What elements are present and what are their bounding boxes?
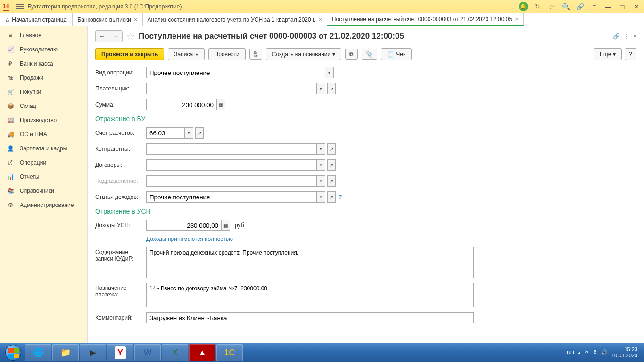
contracts-open-button[interactable]: ↗ bbox=[327, 159, 336, 171]
favorites-icon[interactable]: ☆ bbox=[547, 2, 556, 11]
comment-field[interactable] bbox=[146, 312, 474, 323]
payment-purpose-textarea[interactable] bbox=[146, 283, 474, 307]
payer-field[interactable] bbox=[146, 83, 317, 94]
tab-close-icon[interactable]: × bbox=[134, 16, 138, 23]
bars-icon: 📊 bbox=[7, 173, 14, 180]
sidebar-item-bank[interactable]: ₽Банк и касса bbox=[0, 57, 87, 71]
income-full-link[interactable]: Доходы принимаются полностью bbox=[146, 236, 233, 242]
account-field[interactable] bbox=[146, 127, 185, 139]
notifications-icon[interactable]: 🔔 bbox=[519, 2, 528, 11]
link-icon[interactable]: 🔗 bbox=[575, 2, 585, 11]
main-menu-icon[interactable] bbox=[16, 4, 24, 9]
contracts-field[interactable] bbox=[146, 159, 317, 171]
sidebar-item-operations[interactable]: ДтКтОперации bbox=[0, 156, 87, 170]
payer-open-button[interactable]: ↗ bbox=[327, 83, 336, 94]
income-item-open-button[interactable]: ↗ bbox=[327, 191, 336, 203]
tray-flag-icon[interactable]: 🏳 bbox=[584, 349, 589, 356]
more-button[interactable]: Еще ▾ bbox=[594, 48, 622, 60]
department-label: Подразделение: bbox=[95, 178, 146, 184]
account-open-button[interactable]: ↗ bbox=[195, 127, 204, 139]
create-based-button[interactable]: Создать на основании ▾ bbox=[266, 48, 342, 60]
account-dropdown-button[interactable]: ▾ bbox=[185, 127, 193, 139]
tray-icons[interactable]: ▴ 🏳 🖧 🔊 bbox=[578, 349, 608, 356]
tab-close-icon[interactable]: × bbox=[318, 16, 322, 23]
nav-forward-button[interactable]: → bbox=[109, 31, 122, 42]
department-dropdown-button[interactable]: ▾ bbox=[317, 175, 325, 187]
sidebar-item-payroll[interactable]: 👤Зарплата и кадры bbox=[0, 141, 87, 156]
close-icon[interactable]: ✕ bbox=[632, 2, 641, 11]
tab-bank-statements[interactable]: Банковские выписки × bbox=[73, 13, 142, 26]
favorite-star-icon[interactable]: ☆ bbox=[126, 31, 135, 42]
save-button[interactable]: Записать bbox=[168, 48, 204, 60]
dtkt-button[interactable]: ДтКт bbox=[249, 49, 262, 60]
sidebar-item-production[interactable]: 🏭Производство bbox=[0, 113, 87, 127]
cart-icon: 🛒 bbox=[7, 89, 14, 95]
post-button[interactable]: Провести bbox=[208, 48, 246, 60]
maximize-icon[interactable]: ◻ bbox=[618, 2, 627, 11]
counterparties-field[interactable] bbox=[146, 143, 317, 155]
contracts-dropdown-button[interactable]: ▾ bbox=[317, 159, 325, 171]
attach-button[interactable]: 📎 bbox=[362, 49, 377, 60]
help-button[interactable]: ? bbox=[625, 48, 636, 60]
usn-income-calc-button[interactable]: ▦ bbox=[222, 220, 230, 231]
income-item-dropdown-button[interactable]: ▾ bbox=[317, 191, 325, 203]
tab-home[interactable]: ⌂ Начальная страница bbox=[0, 13, 73, 26]
sidebar-item-manager[interactable]: 📈Руководителю bbox=[0, 42, 87, 57]
tray-lang[interactable]: RU bbox=[567, 350, 574, 355]
tray-clock[interactable]: 15:23 10.03.2020 bbox=[611, 346, 637, 359]
close-panel-icon[interactable]: × bbox=[633, 33, 636, 40]
task-word[interactable]: W bbox=[134, 344, 161, 361]
minimize-icon[interactable]: — bbox=[603, 2, 613, 11]
department-field[interactable] bbox=[146, 175, 317, 187]
sidebar-item-label: Руководителю bbox=[20, 46, 58, 53]
income-item-field[interactable] bbox=[146, 191, 317, 203]
payer-dropdown-button[interactable]: ▾ bbox=[317, 83, 325, 94]
task-1c[interactable]: 1С bbox=[216, 344, 243, 361]
amount-calc-button[interactable]: ▦ bbox=[217, 99, 225, 110]
task-explorer[interactable]: 📁 bbox=[52, 344, 79, 361]
usn-income-field[interactable] bbox=[146, 220, 222, 231]
payment-purpose-label: Назначение платежа: bbox=[95, 283, 146, 298]
counterparties-dropdown-button[interactable]: ▾ bbox=[317, 143, 325, 155]
tab-usn-analysis[interactable]: Анализ состояния налогового учета по УСН… bbox=[143, 13, 327, 26]
task-ie[interactable]: 🌐 bbox=[25, 344, 51, 361]
task-pdf[interactable]: ▲ bbox=[189, 344, 215, 361]
sidebar-item-admin[interactable]: ⚙Администрирование bbox=[0, 198, 87, 212]
check-button[interactable]: 🧾 Чек bbox=[381, 48, 412, 60]
tray-up-icon[interactable]: ▴ bbox=[578, 349, 581, 356]
currency-label: руб bbox=[235, 222, 244, 229]
settings-icon[interactable]: ≡ bbox=[589, 2, 599, 11]
tab-close-icon[interactable]: × bbox=[515, 16, 519, 23]
sidebar-item-purchases[interactable]: 🛒Покупки bbox=[0, 85, 87, 99]
history-icon[interactable]: ↻ bbox=[533, 2, 542, 11]
task-media[interactable]: ▶ bbox=[80, 344, 106, 361]
search-icon[interactable]: 🔍 bbox=[561, 2, 570, 11]
op-type-dropdown-button[interactable]: ▾ bbox=[325, 67, 334, 78]
task-excel[interactable]: X bbox=[162, 344, 188, 361]
sidebar-item-references[interactable]: 📚Справочники bbox=[0, 184, 87, 198]
more-panel-icon[interactable]: ⋮ bbox=[624, 33, 629, 40]
sidebar-item-sales[interactable]: 🛍Продажи bbox=[0, 71, 87, 85]
sidebar-item-main[interactable]: ≡Главное bbox=[0, 28, 87, 42]
op-type-field[interactable] bbox=[146, 67, 325, 78]
tab-incoming-payment[interactable]: Поступление на расчетный счет 0000-00000… bbox=[327, 13, 524, 26]
sidebar-item-reports[interactable]: 📊Отчеты bbox=[0, 170, 87, 184]
task-yandex[interactable]: Y bbox=[107, 344, 133, 361]
sidebar-item-assets[interactable]: 🚚ОС и НМА bbox=[0, 127, 87, 141]
nav-back-button[interactable]: ← bbox=[96, 31, 109, 42]
department-open-button[interactable]: ↗ bbox=[327, 175, 336, 187]
link-panel-icon[interactable]: 🔗 bbox=[613, 33, 620, 40]
title-bar: 1¢ Бухгалтерия предприятия, редакция 3.0… bbox=[0, 0, 644, 13]
kudir-textarea[interactable] bbox=[146, 247, 474, 278]
sidebar-item-warehouse[interactable]: 📦Склад bbox=[0, 99, 87, 113]
tray-network-icon[interactable]: 🖧 bbox=[592, 349, 598, 356]
counterparties-open-button[interactable]: ↗ bbox=[327, 143, 336, 155]
post-close-button[interactable]: Провести и закрыть bbox=[95, 48, 164, 60]
amount-field[interactable] bbox=[146, 99, 217, 110]
tray-sound-icon[interactable]: 🔊 bbox=[601, 349, 608, 356]
sidebar-item-label: Производство bbox=[20, 117, 57, 123]
sidebar-item-label: Продажи bbox=[20, 74, 43, 81]
structure-button[interactable]: ⧉ bbox=[345, 49, 358, 60]
income-item-help-icon[interactable]: ? bbox=[339, 194, 342, 200]
start-button[interactable] bbox=[2, 344, 25, 361]
